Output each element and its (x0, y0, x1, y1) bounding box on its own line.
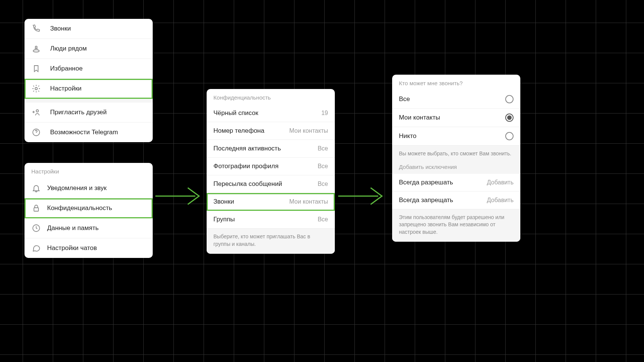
gear-icon (31, 84, 41, 94)
chat-icon (31, 243, 41, 253)
calls-option-nobody[interactable]: Никто (392, 127, 520, 146)
privacy-row-phone[interactable]: Номер телефона Мои контакты (207, 122, 335, 140)
svg-point-1 (33, 50, 39, 52)
settings-item-notifications[interactable]: Уведомления и звук (25, 178, 153, 198)
arrow-icon (337, 185, 385, 207)
menu-item-saved[interactable]: Избранное (25, 59, 153, 79)
exception-deny[interactable]: Всегда запрещать Добавить (392, 192, 520, 209)
privacy-row-groups[interactable]: Группы Все (207, 211, 335, 229)
privacy-row-value: Мои контакты (289, 127, 328, 134)
privacy-row-forward[interactable]: Пересылка сообщений Все (207, 175, 335, 193)
settings-card: Настройки Уведомления и звук Конфиденциа… (25, 163, 153, 258)
exception-label: Всегда разрешать (399, 179, 487, 186)
privacy-row-blacklist[interactable]: Чёрный список 19 (207, 104, 335, 122)
calls-header: Кто может мне звонить? (392, 75, 520, 90)
calls-option-label: Мои контакты (399, 114, 505, 121)
calls-option-everyone[interactable]: Все (392, 90, 520, 109)
settings-header: Настройки (25, 163, 153, 178)
add-user-icon (31, 107, 41, 117)
menu-item-label: Возможности Telegram (50, 129, 146, 136)
settings-item-privacy[interactable]: Конфиденциальность (25, 198, 153, 218)
menu-item-label: Пригласить друзей (50, 109, 146, 116)
settings-item-label: Уведомления и звук (47, 184, 146, 192)
calls-option-label: Все (399, 95, 505, 103)
privacy-row-label: Звонки (213, 198, 289, 206)
menu-item-label: Люди рядом (50, 45, 146, 52)
exception-label: Всегда запрещать (399, 196, 487, 204)
phone-icon (31, 24, 41, 34)
radio-icon (505, 95, 514, 103)
main-menu-card: Звонки Люди рядом Избранное Настройки Пр… (25, 19, 153, 142)
privacy-row-label: Чёрный список (213, 109, 321, 117)
privacy-footer-note: Выберите, кто может приглашать Вас в гру… (207, 229, 335, 254)
divider (25, 99, 153, 103)
calls-hint: Вы можете выбрать, кто сможет Вам звонит… (392, 146, 520, 161)
privacy-row-value: Мои контакты (289, 198, 328, 205)
radio-icon (505, 114, 514, 122)
privacy-row-value: Все (317, 145, 328, 152)
privacy-card: Конфиденциальность Чёрный список 19 Номе… (207, 89, 335, 254)
data-icon (31, 223, 41, 233)
menu-item-nearby[interactable]: Люди рядом (25, 39, 153, 59)
radio-icon (505, 132, 514, 140)
settings-item-label: Настройки чатов (47, 244, 146, 252)
privacy-row-photos[interactable]: Фотографии профиля Все (207, 158, 335, 175)
privacy-row-label: Номер телефона (213, 127, 289, 135)
exceptions-hint: Этим пользователям будет разрешено или з… (392, 209, 520, 242)
exception-allow[interactable]: Всегда разрешать Добавить (392, 174, 520, 192)
privacy-header: Конфиденциальность (207, 89, 335, 104)
settings-item-label: Данные и память (47, 224, 146, 232)
lock-icon (31, 203, 41, 213)
arrow-icon (155, 185, 202, 207)
privacy-row-value: Все (317, 216, 328, 223)
exception-action: Добавить (487, 197, 514, 204)
privacy-row-value: 19 (321, 110, 328, 117)
calls-option-contacts[interactable]: Мои контакты (392, 109, 520, 127)
exceptions-header: Добавить исключения (392, 161, 520, 174)
svg-point-3 (36, 110, 38, 112)
svg-point-0 (35, 46, 37, 48)
calls-option-label: Никто (399, 132, 505, 140)
exception-action: Добавить (487, 179, 514, 186)
menu-item-calls[interactable]: Звонки (25, 19, 153, 39)
menu-item-label: Настройки (50, 85, 146, 92)
settings-item-data[interactable]: Данные и память (25, 218, 153, 238)
menu-item-label: Избранное (50, 65, 146, 72)
menu-item-invite[interactable]: Пригласить друзей (25, 103, 153, 123)
privacy-row-label: Фотографии профиля (213, 163, 317, 170)
bell-icon (31, 183, 41, 193)
menu-item-label: Звонки (50, 25, 146, 32)
help-icon (31, 127, 41, 137)
calls-card: Кто может мне звонить? Все Мои контакты … (392, 75, 520, 242)
privacy-row-calls[interactable]: Звонки Мои контакты (207, 193, 335, 211)
privacy-row-label: Пересылка сообщений (213, 180, 317, 188)
privacy-row-value: Все (317, 181, 328, 187)
privacy-row-label: Группы (213, 216, 317, 223)
settings-item-chat[interactable]: Настройки чатов (25, 238, 153, 258)
svg-point-2 (35, 87, 37, 90)
people-nearby-icon (31, 44, 41, 54)
privacy-row-value: Все (317, 163, 328, 170)
privacy-row-lastseen[interactable]: Последняя активность Все (207, 140, 335, 158)
bookmark-icon (31, 64, 41, 74)
menu-item-settings[interactable]: Настройки (25, 79, 153, 99)
menu-item-features[interactable]: Возможности Telegram (25, 123, 153, 142)
settings-item-label: Конфиденциальность (47, 204, 146, 212)
svg-rect-5 (34, 208, 38, 211)
privacy-row-label: Последняя активность (213, 145, 317, 152)
